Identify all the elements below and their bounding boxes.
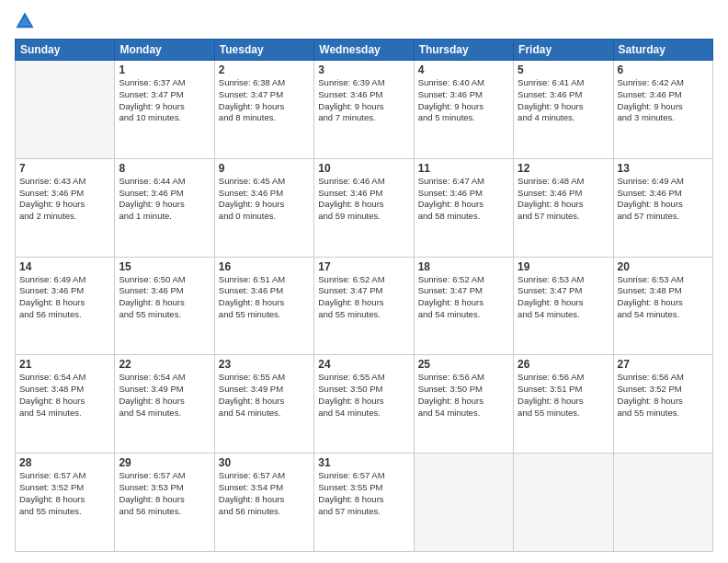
day-number: 24 xyxy=(318,358,409,371)
day-number: 23 xyxy=(219,358,310,371)
calendar-cell: 23Sunrise: 6:55 AM Sunset: 3:49 PM Dayli… xyxy=(214,355,313,454)
day-info: Sunrise: 6:50 AM Sunset: 3:46 PM Dayligh… xyxy=(119,274,210,321)
calendar-cell: 30Sunrise: 6:57 AM Sunset: 3:54 PM Dayli… xyxy=(214,454,313,552)
calendar-cell xyxy=(613,454,712,552)
day-number: 26 xyxy=(518,358,609,371)
day-number: 28 xyxy=(19,456,110,469)
day-number: 3 xyxy=(318,63,409,76)
day-info: Sunrise: 6:46 AM Sunset: 3:46 PM Dayligh… xyxy=(318,176,409,223)
calendar-cell: 2Sunrise: 6:38 AM Sunset: 3:47 PM Daylig… xyxy=(214,61,313,159)
day-info: Sunrise: 6:55 AM Sunset: 3:50 PM Dayligh… xyxy=(318,372,409,419)
calendar-cell: 1Sunrise: 6:37 AM Sunset: 3:47 PM Daylig… xyxy=(115,61,214,159)
calendar-week-4: 21Sunrise: 6:54 AM Sunset: 3:48 PM Dayli… xyxy=(16,355,713,454)
calendar-cell: 11Sunrise: 6:47 AM Sunset: 3:46 PM Dayli… xyxy=(414,158,513,257)
day-number: 6 xyxy=(618,63,709,76)
day-number: 13 xyxy=(618,162,709,175)
day-info: Sunrise: 6:51 AM Sunset: 3:46 PM Dayligh… xyxy=(219,274,310,321)
calendar-cell: 29Sunrise: 6:57 AM Sunset: 3:53 PM Dayli… xyxy=(115,454,214,552)
day-number: 31 xyxy=(318,456,409,469)
calendar-cell: 25Sunrise: 6:56 AM Sunset: 3:50 PM Dayli… xyxy=(414,355,513,454)
calendar-cell: 31Sunrise: 6:57 AM Sunset: 3:55 PM Dayli… xyxy=(314,454,414,552)
calendar-cell: 3Sunrise: 6:39 AM Sunset: 3:46 PM Daylig… xyxy=(314,61,414,159)
day-info: Sunrise: 6:53 AM Sunset: 3:47 PM Dayligh… xyxy=(518,274,609,321)
day-info: Sunrise: 6:53 AM Sunset: 3:48 PM Dayligh… xyxy=(618,274,709,321)
calendar-header-tuesday: Tuesday xyxy=(214,40,313,61)
calendar-cell: 27Sunrise: 6:56 AM Sunset: 3:52 PM Dayli… xyxy=(613,355,712,454)
calendar-cell: 21Sunrise: 6:54 AM Sunset: 3:48 PM Dayli… xyxy=(16,355,115,454)
day-info: Sunrise: 6:42 AM Sunset: 3:46 PM Dayligh… xyxy=(618,77,709,124)
day-info: Sunrise: 6:55 AM Sunset: 3:49 PM Dayligh… xyxy=(219,372,310,419)
day-info: Sunrise: 6:40 AM Sunset: 3:46 PM Dayligh… xyxy=(418,77,509,124)
day-number: 9 xyxy=(219,162,310,175)
day-number: 17 xyxy=(318,260,409,273)
calendar-header-sunday: Sunday xyxy=(16,40,115,61)
day-info: Sunrise: 6:49 AM Sunset: 3:46 PM Dayligh… xyxy=(19,274,110,321)
day-info: Sunrise: 6:52 AM Sunset: 3:47 PM Dayligh… xyxy=(418,274,509,321)
day-info: Sunrise: 6:52 AM Sunset: 3:47 PM Dayligh… xyxy=(318,274,409,321)
calendar-cell: 20Sunrise: 6:53 AM Sunset: 3:48 PM Dayli… xyxy=(613,257,712,355)
day-number: 21 xyxy=(19,358,110,371)
calendar-header-thursday: Thursday xyxy=(414,40,513,61)
calendar-cell: 4Sunrise: 6:40 AM Sunset: 3:46 PM Daylig… xyxy=(414,61,513,159)
day-number: 4 xyxy=(418,63,509,76)
calendar-cell: 8Sunrise: 6:44 AM Sunset: 3:46 PM Daylig… xyxy=(115,158,214,257)
day-info: Sunrise: 6:39 AM Sunset: 3:46 PM Dayligh… xyxy=(318,77,409,124)
day-number: 14 xyxy=(19,260,110,273)
calendar-cell xyxy=(414,454,513,552)
calendar-header-monday: Monday xyxy=(115,40,214,61)
day-number: 15 xyxy=(119,260,210,273)
day-number: 18 xyxy=(418,260,509,273)
day-number: 20 xyxy=(618,260,709,273)
calendar-header-friday: Friday xyxy=(514,40,613,61)
day-info: Sunrise: 6:41 AM Sunset: 3:46 PM Dayligh… xyxy=(518,77,609,124)
calendar-cell: 7Sunrise: 6:43 AM Sunset: 3:46 PM Daylig… xyxy=(16,158,115,257)
page: SundayMondayTuesdayWednesdayThursdayFrid… xyxy=(0,0,728,563)
day-number: 8 xyxy=(119,162,210,175)
calendar-cell: 6Sunrise: 6:42 AM Sunset: 3:46 PM Daylig… xyxy=(613,61,712,159)
calendar-cell: 5Sunrise: 6:41 AM Sunset: 3:46 PM Daylig… xyxy=(514,61,613,159)
day-number: 2 xyxy=(219,63,310,76)
day-info: Sunrise: 6:57 AM Sunset: 3:52 PM Dayligh… xyxy=(19,470,110,517)
day-info: Sunrise: 6:57 AM Sunset: 3:55 PM Dayligh… xyxy=(318,470,409,517)
day-number: 19 xyxy=(518,260,609,273)
day-info: Sunrise: 6:45 AM Sunset: 3:46 PM Dayligh… xyxy=(219,176,310,223)
day-info: Sunrise: 6:38 AM Sunset: 3:47 PM Dayligh… xyxy=(219,77,310,124)
day-number: 30 xyxy=(219,456,310,469)
day-info: Sunrise: 6:57 AM Sunset: 3:54 PM Dayligh… xyxy=(219,470,310,517)
day-info: Sunrise: 6:48 AM Sunset: 3:46 PM Dayligh… xyxy=(518,176,609,223)
day-info: Sunrise: 6:56 AM Sunset: 3:50 PM Dayligh… xyxy=(418,372,509,419)
day-info: Sunrise: 6:44 AM Sunset: 3:46 PM Dayligh… xyxy=(119,176,210,223)
day-number: 10 xyxy=(318,162,409,175)
calendar-cell: 22Sunrise: 6:54 AM Sunset: 3:49 PM Dayli… xyxy=(115,355,214,454)
calendar-cell: 17Sunrise: 6:52 AM Sunset: 3:47 PM Dayli… xyxy=(314,257,414,355)
calendar-header-wednesday: Wednesday xyxy=(314,40,414,61)
day-number: 12 xyxy=(518,162,609,175)
day-info: Sunrise: 6:54 AM Sunset: 3:49 PM Dayligh… xyxy=(119,372,210,419)
calendar-cell: 12Sunrise: 6:48 AM Sunset: 3:46 PM Dayli… xyxy=(514,158,613,257)
calendar-cell: 28Sunrise: 6:57 AM Sunset: 3:52 PM Dayli… xyxy=(16,454,115,552)
calendar-week-1: 1Sunrise: 6:37 AM Sunset: 3:47 PM Daylig… xyxy=(16,61,713,159)
calendar-cell: 26Sunrise: 6:56 AM Sunset: 3:51 PM Dayli… xyxy=(514,355,613,454)
day-number: 5 xyxy=(518,63,609,76)
calendar-cell: 10Sunrise: 6:46 AM Sunset: 3:46 PM Dayli… xyxy=(314,158,414,257)
calendar-cell: 15Sunrise: 6:50 AM Sunset: 3:46 PM Dayli… xyxy=(115,257,214,355)
calendar-cell: 16Sunrise: 6:51 AM Sunset: 3:46 PM Dayli… xyxy=(214,257,313,355)
calendar-week-5: 28Sunrise: 6:57 AM Sunset: 3:52 PM Dayli… xyxy=(16,454,713,552)
day-info: Sunrise: 6:57 AM Sunset: 3:53 PM Dayligh… xyxy=(119,470,210,517)
day-info: Sunrise: 6:56 AM Sunset: 3:52 PM Dayligh… xyxy=(618,372,709,419)
day-info: Sunrise: 6:37 AM Sunset: 3:47 PM Dayligh… xyxy=(119,77,210,124)
day-info: Sunrise: 6:47 AM Sunset: 3:46 PM Dayligh… xyxy=(418,176,509,223)
logo-icon xyxy=(15,11,35,31)
calendar-cell xyxy=(16,61,115,159)
day-number: 1 xyxy=(119,63,210,76)
day-info: Sunrise: 6:54 AM Sunset: 3:48 PM Dayligh… xyxy=(19,372,110,419)
calendar-week-3: 14Sunrise: 6:49 AM Sunset: 3:46 PM Dayli… xyxy=(16,257,713,355)
day-info: Sunrise: 6:56 AM Sunset: 3:51 PM Dayligh… xyxy=(518,372,609,419)
calendar-cell: 9Sunrise: 6:45 AM Sunset: 3:46 PM Daylig… xyxy=(214,158,313,257)
day-number: 7 xyxy=(19,162,110,175)
calendar-cell: 13Sunrise: 6:49 AM Sunset: 3:46 PM Dayli… xyxy=(613,158,712,257)
day-number: 11 xyxy=(418,162,509,175)
day-number: 29 xyxy=(119,456,210,469)
day-number: 27 xyxy=(618,358,709,371)
calendar-cell xyxy=(514,454,613,552)
